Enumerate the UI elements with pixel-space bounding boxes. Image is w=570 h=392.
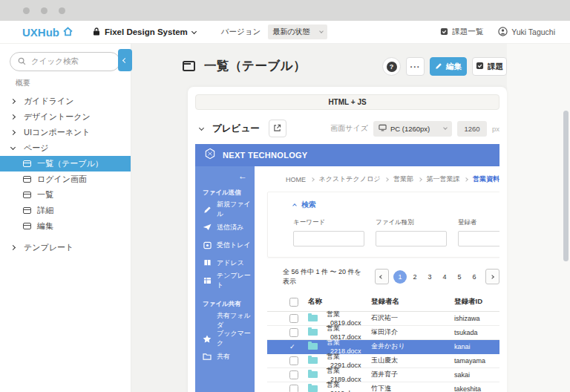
sidebar-item[interactable]: UIコンポーネント xyxy=(0,125,131,140)
app-body: クイック検索 概要 ガイドラインデザイントークンUIコンポーネントページ一覧（テ… xyxy=(0,44,570,392)
issues-link[interactable]: 課題一覧 xyxy=(440,27,483,37)
sidebar-item[interactable]: 詳細 xyxy=(0,203,131,218)
sidebar-item[interactable]: 一覧 xyxy=(0,187,131,203)
more-button[interactable]: ··· xyxy=(406,57,425,76)
breadcrumb-item[interactable]: HOME xyxy=(286,176,306,183)
file-name[interactable]: 営業_9119.docx xyxy=(327,380,371,392)
search-field-input[interactable] xyxy=(458,231,499,246)
row-checkbox[interactable] xyxy=(289,314,298,323)
format-bar[interactable]: HTML + JS xyxy=(195,94,499,110)
registrant-id: takeshita xyxy=(454,385,499,392)
chevron-up-icon xyxy=(292,203,297,208)
pencil-icon xyxy=(203,206,212,214)
pagination-prev-button[interactable] xyxy=(375,269,389,284)
open-in-new-window-button[interactable] xyxy=(269,120,286,137)
row-checkbox[interactable] xyxy=(289,328,298,337)
search-field: ファイル種別 xyxy=(376,218,447,246)
breadcrumb-separator-icon xyxy=(465,177,468,181)
breadcrumb-item[interactable]: 第一営業課 xyxy=(426,174,459,184)
edit-button[interactable]: 編集 xyxy=(430,57,467,76)
sidebar-item[interactable]: ガイドライン xyxy=(0,94,131,109)
pagination-page-button[interactable]: 1 xyxy=(393,270,407,284)
nav-item[interactable]: 共有フォルダ xyxy=(195,312,255,330)
table-row[interactable]: 営業_9119.docx竹下進takeshita xyxy=(267,382,499,392)
table-row[interactable]: 営業_2291.docx玉山慶太tamayama xyxy=(267,354,499,368)
row-checkbox[interactable] xyxy=(289,356,298,365)
external-link-icon xyxy=(273,123,281,134)
table-row[interactable]: ✓営業_2218.docx金井かおりkanai xyxy=(267,340,499,354)
project-selector[interactable]: Fixel Design System xyxy=(93,27,196,37)
quick-search-placeholder: クイック検索 xyxy=(31,56,79,67)
search-field-input[interactable] xyxy=(293,231,364,246)
sidebar-collapse-button[interactable] xyxy=(118,49,132,71)
app-logo[interactable]: UXHub xyxy=(22,26,73,39)
screen-size-select[interactable]: PC (1260px) xyxy=(373,121,452,137)
version-select[interactable]: 最新の状態 xyxy=(268,24,327,39)
sidebar-item[interactable]: 一覧（テーブル） xyxy=(0,156,131,172)
search-panel-toggle[interactable]: 検索 xyxy=(293,200,499,210)
sidebar-item[interactable]: ページ xyxy=(0,140,131,156)
nav-item-label: アドレス xyxy=(217,258,244,268)
chevron-down-icon xyxy=(320,29,324,33)
nav-item[interactable]: ブックマーク xyxy=(195,330,255,347)
quick-search-input[interactable]: クイック検索 xyxy=(10,52,120,71)
table-row[interactable]: 営業_2189.docx酒井育子sakai xyxy=(267,368,499,382)
help-button[interactable]: ? xyxy=(382,57,401,76)
user-menu[interactable]: Yuki Taguchi xyxy=(498,27,555,38)
folder-icon xyxy=(308,329,318,336)
breadcrumb-separator-icon xyxy=(310,177,314,181)
scrollbar-thumb[interactable] xyxy=(563,111,569,261)
sidebar-section-label: 概要 xyxy=(16,78,131,88)
arrow-left-icon: ← xyxy=(238,171,247,181)
table-row[interactable]: 営業_0817.docx塚田洋介tsukada xyxy=(267,326,499,340)
issue-button-label: 課題 xyxy=(488,62,503,72)
window-dot-icon[interactable] xyxy=(41,7,48,14)
nav-item[interactable]: アドレス xyxy=(195,254,255,272)
content-card: HTML + JS プレビュー 画面サイズ PC (1260px) xyxy=(188,87,507,392)
sidebar-item[interactable]: デザイントークン xyxy=(0,109,131,125)
window-dot-icon[interactable] xyxy=(23,7,30,14)
breadcrumb-item[interactable]: 営業資料 xyxy=(473,174,499,184)
select-all-checkbox[interactable] xyxy=(289,298,298,307)
chevron-down-icon xyxy=(10,145,16,150)
nav-collapse-button[interactable]: ← xyxy=(195,166,255,185)
pagination-page-button[interactable]: 2 xyxy=(407,270,422,284)
check-icon[interactable]: ✓ xyxy=(289,342,295,351)
width-input[interactable] xyxy=(457,121,487,137)
chevron-right-icon xyxy=(10,245,16,250)
header-name: 名称 xyxy=(308,297,371,307)
pagination-page-button[interactable]: 4 xyxy=(437,270,452,284)
row-checkbox-cell xyxy=(289,370,308,379)
breadcrumb-separator-icon xyxy=(418,177,422,181)
chevron-down-icon xyxy=(443,125,448,130)
nav-item[interactable]: テンプレート xyxy=(195,272,255,290)
sidebar-item-label: ページ xyxy=(24,143,49,154)
chevron-down-icon[interactable] xyxy=(199,125,204,130)
window-dot-icon[interactable] xyxy=(59,7,65,14)
pagination-page-button[interactable]: 5 xyxy=(452,270,467,284)
preview-app-main: HOMEネクストテクノロジ営業部第一営業課営業資料 検索 キーワードファイル種別… xyxy=(255,166,499,392)
version-value: 最新の状態 xyxy=(272,27,309,37)
pagination-page-button[interactable]: 3 xyxy=(422,270,437,284)
nav-item[interactable]: 共有 xyxy=(195,347,255,365)
pagination-next-button[interactable] xyxy=(485,269,499,284)
app-logo-text: UXHub xyxy=(22,26,59,39)
sidebar-item[interactable]: ログイン画面 xyxy=(0,172,131,187)
search-field-input[interactable] xyxy=(376,231,447,246)
nav-item[interactable]: 新規ファイル xyxy=(195,200,255,218)
row-checkbox[interactable] xyxy=(289,370,298,379)
page-toolbar: ? ··· 編集 課題 xyxy=(382,57,507,76)
nav-item[interactable]: 送信済み xyxy=(195,218,255,236)
breadcrumb-item[interactable]: 営業部 xyxy=(393,174,413,184)
row-checkbox[interactable] xyxy=(289,385,298,392)
search-panel: 検索 キーワードファイル種別登録者 xyxy=(267,192,499,258)
sidebar-item[interactable]: 編集 xyxy=(0,218,131,234)
issue-button[interactable]: 課題 xyxy=(472,57,507,76)
nav-item-label: 受信トレイ xyxy=(217,241,251,250)
sidebar-item[interactable]: テンプレート xyxy=(0,240,131,255)
table-row[interactable]: 営業_0819.docx石沢祐一ishizawa xyxy=(267,312,499,326)
breadcrumb-item[interactable]: ネクストテクノロジ xyxy=(319,174,381,184)
pagination-page-button[interactable]: 6 xyxy=(467,270,482,284)
nav-item[interactable]: 受信トレイ xyxy=(195,236,255,254)
folder-icon xyxy=(308,385,318,392)
